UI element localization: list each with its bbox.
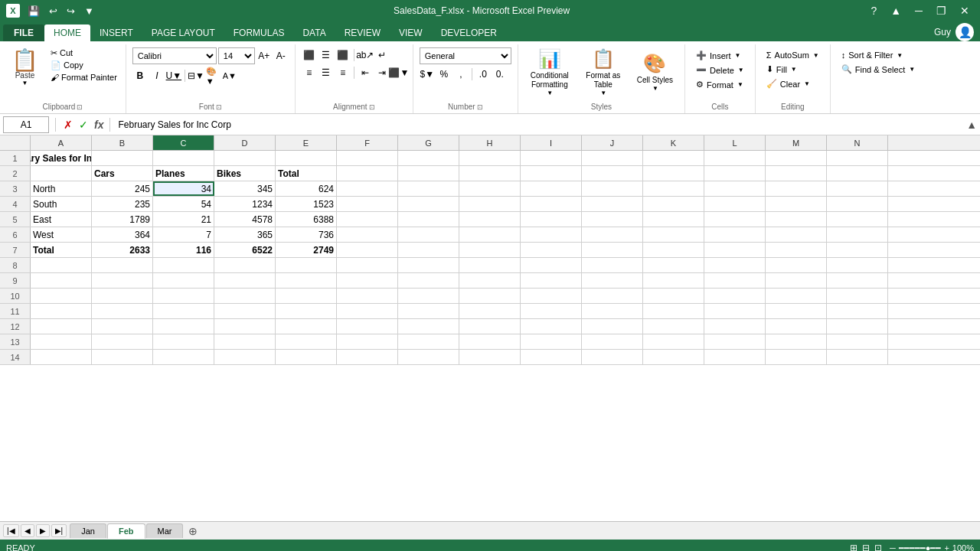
align-left-button[interactable]: ≡: [302, 65, 317, 80]
fill-color-button[interactable]: 🎨▼: [205, 68, 220, 83]
restore-btn[interactable]: ❐: [932, 3, 951, 18]
number-format-select[interactable]: General: [420, 47, 511, 64]
table-cell[interactable]: [92, 334, 153, 349]
table-cell[interactable]: [214, 334, 276, 349]
decrease-font-button[interactable]: A-: [273, 48, 289, 64]
table-cell[interactable]: [766, 181, 827, 196]
table-cell[interactable]: [704, 304, 766, 318]
table-cell[interactable]: [766, 304, 827, 318]
table-cell[interactable]: [643, 166, 704, 181]
increase-decimal-button[interactable]: .0: [475, 67, 491, 82]
table-cell[interactable]: February Sales for Inc Corp: [31, 151, 92, 165]
italic-button[interactable]: I: [149, 68, 165, 83]
table-cell[interactable]: [337, 304, 398, 318]
table-cell[interactable]: [827, 166, 888, 181]
decrease-decimal-button[interactable]: 0.: [492, 67, 508, 82]
table-cell[interactable]: [521, 166, 582, 181]
table-cell[interactable]: [704, 273, 766, 288]
decrease-indent-button[interactable]: ⇤: [358, 65, 373, 80]
help-btn[interactable]: ?: [866, 3, 881, 18]
clipboard-expand-icon[interactable]: ⊡: [77, 103, 83, 111]
autosum-button[interactable]: Σ AutoSum ▼: [762, 49, 824, 61]
table-cell[interactable]: [766, 289, 827, 303]
zoom-in-btn[interactable]: +: [944, 543, 949, 551]
col-header-l[interactable]: L: [704, 135, 766, 150]
table-cell[interactable]: [643, 304, 704, 318]
table-cell[interactable]: East: [31, 212, 92, 227]
table-cell[interactable]: [92, 151, 153, 165]
table-cell[interactable]: [766, 258, 827, 272]
col-header-b[interactable]: B: [92, 135, 153, 150]
table-cell[interactable]: [582, 304, 643, 318]
last-sheet-btn[interactable]: ▶|: [51, 524, 67, 537]
row-num-9[interactable]: 9: [0, 273, 31, 288]
table-cell[interactable]: [704, 181, 766, 196]
table-cell[interactable]: Planes: [153, 166, 214, 181]
table-cell[interactable]: [704, 243, 766, 257]
bold-button[interactable]: B: [132, 68, 148, 83]
clear-button[interactable]: 🧹 Clear ▼: [762, 77, 815, 90]
table-cell[interactable]: [766, 334, 827, 349]
table-cell[interactable]: [153, 334, 214, 349]
col-header-d[interactable]: D: [214, 135, 276, 150]
table-cell[interactable]: 1234: [214, 197, 276, 211]
undo-icon[interactable]: ↩: [46, 4, 60, 18]
table-cell[interactable]: [643, 243, 704, 257]
align-middle-button[interactable]: ☰: [318, 47, 334, 63]
table-cell[interactable]: [459, 197, 521, 211]
table-cell[interactable]: [398, 212, 459, 227]
copy-button[interactable]: 📄 Copy: [48, 60, 119, 71]
table-cell[interactable]: [459, 334, 521, 349]
table-cell[interactable]: [704, 319, 766, 334]
table-cell[interactable]: [276, 289, 337, 303]
page-break-view-btn[interactable]: ⊡: [873, 541, 884, 551]
table-cell[interactable]: [398, 181, 459, 196]
table-cell[interactable]: [31, 334, 92, 349]
table-cell[interactable]: [398, 289, 459, 303]
table-cell[interactable]: [521, 258, 582, 272]
table-cell[interactable]: North: [31, 181, 92, 196]
table-cell[interactable]: [214, 151, 276, 165]
table-cell[interactable]: [766, 227, 827, 242]
row-num-7[interactable]: 7: [0, 243, 31, 257]
next-sheet-btn[interactable]: ▶: [36, 524, 50, 537]
table-cell[interactable]: [398, 197, 459, 211]
close-btn[interactable]: ✕: [956, 3, 974, 18]
table-cell[interactable]: [643, 212, 704, 227]
sheet-tab-jan[interactable]: Jan: [70, 523, 106, 538]
table-cell[interactable]: [582, 273, 643, 288]
table-cell[interactable]: [704, 350, 766, 364]
table-cell[interactable]: [337, 181, 398, 196]
prev-sheet-btn[interactable]: ◀: [21, 524, 34, 537]
table-cell[interactable]: [153, 350, 214, 364]
table-cell[interactable]: [827, 289, 888, 303]
table-cell[interactable]: [153, 304, 214, 318]
table-cell[interactable]: [276, 334, 337, 349]
table-cell[interactable]: [582, 350, 643, 364]
table-cell[interactable]: [582, 212, 643, 227]
col-header-j[interactable]: J: [582, 135, 643, 150]
table-cell[interactable]: [31, 304, 92, 318]
table-cell[interactable]: [214, 319, 276, 334]
sheet-tab-mar[interactable]: Mar: [146, 523, 184, 538]
table-cell[interactable]: 1789: [92, 212, 153, 227]
table-cell[interactable]: 116: [153, 243, 214, 257]
col-header-i[interactable]: I: [521, 135, 582, 150]
table-cell[interactable]: [92, 258, 153, 272]
table-cell[interactable]: [582, 258, 643, 272]
zoom-slider[interactable]: ━━━━━●━━: [899, 543, 942, 552]
row-num-12[interactable]: 12: [0, 319, 31, 334]
table-cell[interactable]: [398, 319, 459, 334]
table-cell[interactable]: 2633: [92, 243, 153, 257]
table-cell[interactable]: [521, 197, 582, 211]
alignment-expand-icon[interactable]: ⊡: [369, 103, 375, 111]
percent-button[interactable]: %: [436, 67, 452, 82]
table-cell[interactable]: [766, 197, 827, 211]
table-cell[interactable]: [827, 304, 888, 318]
zoom-out-btn[interactable]: ─: [890, 543, 896, 551]
increase-font-button[interactable]: A+: [256, 48, 272, 64]
cell-reference-box[interactable]: A1: [3, 116, 49, 133]
tab-review[interactable]: REVIEW: [335, 24, 390, 41]
table-cell[interactable]: [337, 289, 398, 303]
format-painter-button[interactable]: 🖌 Format Painter: [48, 72, 119, 83]
